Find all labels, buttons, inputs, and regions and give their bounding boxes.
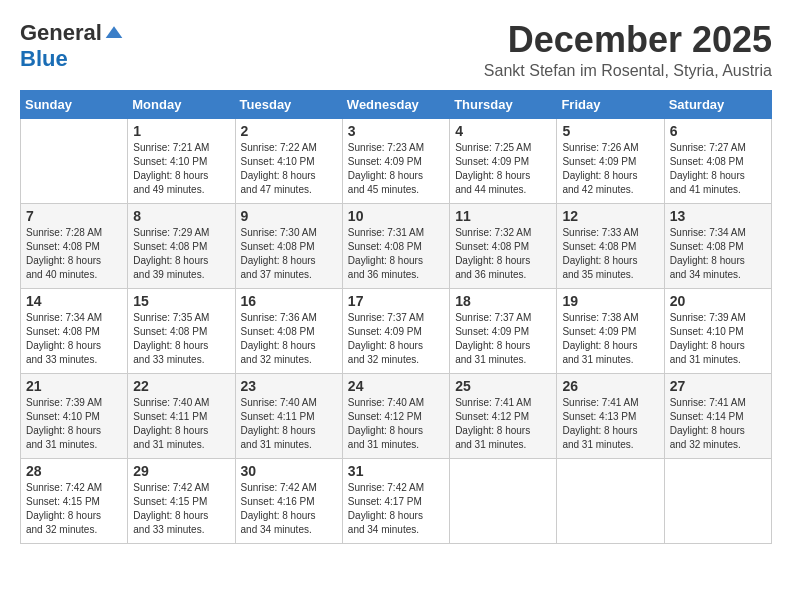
weekday-header-saturday: Saturday xyxy=(664,90,771,118)
day-info: Sunrise: 7:36 AM Sunset: 4:08 PM Dayligh… xyxy=(241,311,337,367)
day-info: Sunrise: 7:42 AM Sunset: 4:15 PM Dayligh… xyxy=(133,481,229,537)
calendar-cell: 22Sunrise: 7:40 AM Sunset: 4:11 PM Dayli… xyxy=(128,373,235,458)
calendar-cell: 16Sunrise: 7:36 AM Sunset: 4:08 PM Dayli… xyxy=(235,288,342,373)
day-number: 13 xyxy=(670,208,766,224)
day-info: Sunrise: 7:29 AM Sunset: 4:08 PM Dayligh… xyxy=(133,226,229,282)
calendar-week-row: 7Sunrise: 7:28 AM Sunset: 4:08 PM Daylig… xyxy=(21,203,772,288)
day-number: 1 xyxy=(133,123,229,139)
day-info: Sunrise: 7:39 AM Sunset: 4:10 PM Dayligh… xyxy=(670,311,766,367)
month-title: December 2025 xyxy=(484,20,772,60)
calendar-cell: 20Sunrise: 7:39 AM Sunset: 4:10 PM Dayli… xyxy=(664,288,771,373)
calendar-cell: 27Sunrise: 7:41 AM Sunset: 4:14 PM Dayli… xyxy=(664,373,771,458)
day-info: Sunrise: 7:28 AM Sunset: 4:08 PM Dayligh… xyxy=(26,226,122,282)
calendar-cell: 8Sunrise: 7:29 AM Sunset: 4:08 PM Daylig… xyxy=(128,203,235,288)
calendar-cell: 4Sunrise: 7:25 AM Sunset: 4:09 PM Daylig… xyxy=(450,118,557,203)
day-info: Sunrise: 7:42 AM Sunset: 4:15 PM Dayligh… xyxy=(26,481,122,537)
calendar-cell: 3Sunrise: 7:23 AM Sunset: 4:09 PM Daylig… xyxy=(342,118,449,203)
calendar-cell: 31Sunrise: 7:42 AM Sunset: 4:17 PM Dayli… xyxy=(342,458,449,543)
day-info: Sunrise: 7:27 AM Sunset: 4:08 PM Dayligh… xyxy=(670,141,766,197)
calendar-cell: 23Sunrise: 7:40 AM Sunset: 4:11 PM Dayli… xyxy=(235,373,342,458)
calendar-cell: 25Sunrise: 7:41 AM Sunset: 4:12 PM Dayli… xyxy=(450,373,557,458)
day-number: 27 xyxy=(670,378,766,394)
calendar-cell: 24Sunrise: 7:40 AM Sunset: 4:12 PM Dayli… xyxy=(342,373,449,458)
calendar-week-row: 1Sunrise: 7:21 AM Sunset: 4:10 PM Daylig… xyxy=(21,118,772,203)
day-number: 30 xyxy=(241,463,337,479)
day-number: 12 xyxy=(562,208,658,224)
day-number: 25 xyxy=(455,378,551,394)
day-number: 26 xyxy=(562,378,658,394)
calendar-cell: 10Sunrise: 7:31 AM Sunset: 4:08 PM Dayli… xyxy=(342,203,449,288)
day-number: 8 xyxy=(133,208,229,224)
logo-icon xyxy=(104,23,124,43)
day-info: Sunrise: 7:41 AM Sunset: 4:14 PM Dayligh… xyxy=(670,396,766,452)
day-info: Sunrise: 7:25 AM Sunset: 4:09 PM Dayligh… xyxy=(455,141,551,197)
calendar-cell: 9Sunrise: 7:30 AM Sunset: 4:08 PM Daylig… xyxy=(235,203,342,288)
calendar-cell xyxy=(557,458,664,543)
day-info: Sunrise: 7:37 AM Sunset: 4:09 PM Dayligh… xyxy=(348,311,444,367)
day-number: 11 xyxy=(455,208,551,224)
calendar-cell: 28Sunrise: 7:42 AM Sunset: 4:15 PM Dayli… xyxy=(21,458,128,543)
weekday-header-monday: Monday xyxy=(128,90,235,118)
calendar-week-row: 21Sunrise: 7:39 AM Sunset: 4:10 PM Dayli… xyxy=(21,373,772,458)
calendar-cell: 17Sunrise: 7:37 AM Sunset: 4:09 PM Dayli… xyxy=(342,288,449,373)
calendar-cell: 7Sunrise: 7:28 AM Sunset: 4:08 PM Daylig… xyxy=(21,203,128,288)
calendar-cell xyxy=(450,458,557,543)
logo: General Blue xyxy=(20,20,124,72)
day-number: 4 xyxy=(455,123,551,139)
weekday-header-wednesday: Wednesday xyxy=(342,90,449,118)
calendar-cell xyxy=(21,118,128,203)
calendar-cell: 5Sunrise: 7:26 AM Sunset: 4:09 PM Daylig… xyxy=(557,118,664,203)
page-header: General Blue December 2025 Sankt Stefan … xyxy=(20,20,772,80)
calendar-cell: 21Sunrise: 7:39 AM Sunset: 4:10 PM Dayli… xyxy=(21,373,128,458)
day-info: Sunrise: 7:30 AM Sunset: 4:08 PM Dayligh… xyxy=(241,226,337,282)
day-number: 18 xyxy=(455,293,551,309)
calendar-cell: 29Sunrise: 7:42 AM Sunset: 4:15 PM Dayli… xyxy=(128,458,235,543)
calendar-cell: 30Sunrise: 7:42 AM Sunset: 4:16 PM Dayli… xyxy=(235,458,342,543)
day-info: Sunrise: 7:40 AM Sunset: 4:12 PM Dayligh… xyxy=(348,396,444,452)
calendar-cell: 14Sunrise: 7:34 AM Sunset: 4:08 PM Dayli… xyxy=(21,288,128,373)
day-info: Sunrise: 7:26 AM Sunset: 4:09 PM Dayligh… xyxy=(562,141,658,197)
calendar-cell: 18Sunrise: 7:37 AM Sunset: 4:09 PM Dayli… xyxy=(450,288,557,373)
calendar-table: SundayMondayTuesdayWednesdayThursdayFrid… xyxy=(20,90,772,544)
day-number: 15 xyxy=(133,293,229,309)
day-number: 20 xyxy=(670,293,766,309)
day-number: 22 xyxy=(133,378,229,394)
day-number: 17 xyxy=(348,293,444,309)
day-info: Sunrise: 7:41 AM Sunset: 4:13 PM Dayligh… xyxy=(562,396,658,452)
day-number: 28 xyxy=(26,463,122,479)
day-info: Sunrise: 7:40 AM Sunset: 4:11 PM Dayligh… xyxy=(133,396,229,452)
day-number: 10 xyxy=(348,208,444,224)
svg-marker-0 xyxy=(106,26,123,38)
day-info: Sunrise: 7:41 AM Sunset: 4:12 PM Dayligh… xyxy=(455,396,551,452)
day-info: Sunrise: 7:39 AM Sunset: 4:10 PM Dayligh… xyxy=(26,396,122,452)
calendar-cell: 11Sunrise: 7:32 AM Sunset: 4:08 PM Dayli… xyxy=(450,203,557,288)
day-number: 5 xyxy=(562,123,658,139)
day-number: 24 xyxy=(348,378,444,394)
day-info: Sunrise: 7:42 AM Sunset: 4:16 PM Dayligh… xyxy=(241,481,337,537)
weekday-header-thursday: Thursday xyxy=(450,90,557,118)
day-number: 7 xyxy=(26,208,122,224)
calendar-cell: 15Sunrise: 7:35 AM Sunset: 4:08 PM Dayli… xyxy=(128,288,235,373)
day-info: Sunrise: 7:22 AM Sunset: 4:10 PM Dayligh… xyxy=(241,141,337,197)
day-number: 6 xyxy=(670,123,766,139)
logo-blue-text: Blue xyxy=(20,46,68,72)
day-number: 31 xyxy=(348,463,444,479)
day-info: Sunrise: 7:32 AM Sunset: 4:08 PM Dayligh… xyxy=(455,226,551,282)
calendar-cell: 26Sunrise: 7:41 AM Sunset: 4:13 PM Dayli… xyxy=(557,373,664,458)
weekday-header-row: SundayMondayTuesdayWednesdayThursdayFrid… xyxy=(21,90,772,118)
day-info: Sunrise: 7:38 AM Sunset: 4:09 PM Dayligh… xyxy=(562,311,658,367)
day-info: Sunrise: 7:23 AM Sunset: 4:09 PM Dayligh… xyxy=(348,141,444,197)
calendar-cell: 12Sunrise: 7:33 AM Sunset: 4:08 PM Dayli… xyxy=(557,203,664,288)
day-number: 9 xyxy=(241,208,337,224)
calendar-cell: 1Sunrise: 7:21 AM Sunset: 4:10 PM Daylig… xyxy=(128,118,235,203)
day-info: Sunrise: 7:21 AM Sunset: 4:10 PM Dayligh… xyxy=(133,141,229,197)
day-info: Sunrise: 7:40 AM Sunset: 4:11 PM Dayligh… xyxy=(241,396,337,452)
day-info: Sunrise: 7:37 AM Sunset: 4:09 PM Dayligh… xyxy=(455,311,551,367)
day-info: Sunrise: 7:33 AM Sunset: 4:08 PM Dayligh… xyxy=(562,226,658,282)
calendar-cell: 13Sunrise: 7:34 AM Sunset: 4:08 PM Dayli… xyxy=(664,203,771,288)
weekday-header-tuesday: Tuesday xyxy=(235,90,342,118)
day-number: 2 xyxy=(241,123,337,139)
calendar-week-row: 14Sunrise: 7:34 AM Sunset: 4:08 PM Dayli… xyxy=(21,288,772,373)
day-number: 23 xyxy=(241,378,337,394)
day-number: 14 xyxy=(26,293,122,309)
